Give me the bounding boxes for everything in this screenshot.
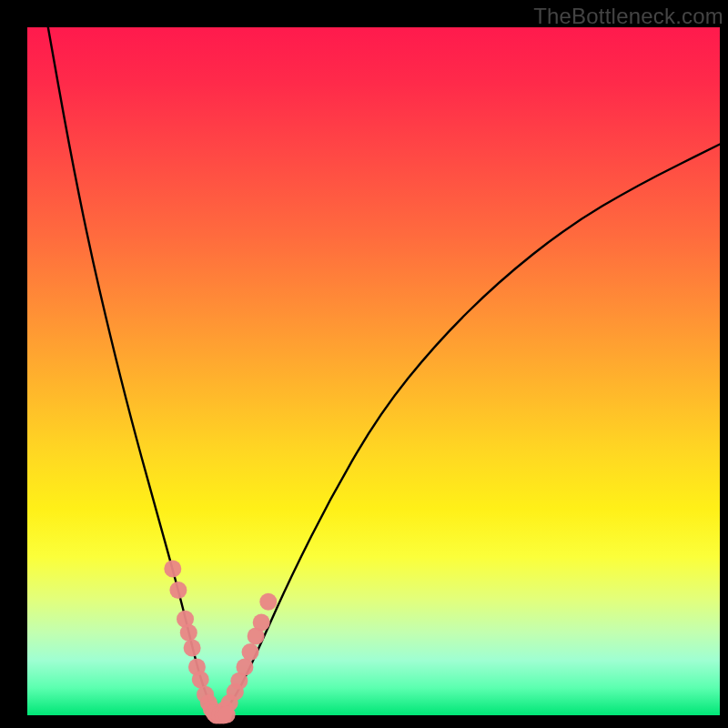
watermark-text: TheBottleneck.com (533, 4, 723, 29)
marker-dot (253, 613, 270, 631)
right-branch-curve (217, 145, 720, 715)
marker-dot (180, 624, 197, 642)
marker-dot (169, 581, 187, 599)
chart-frame: TheBottleneck.com (0, 0, 728, 728)
marker-dot (242, 643, 259, 661)
marker-dot (164, 560, 181, 577)
marker-dot (192, 671, 209, 688)
left-branch-curve (48, 27, 217, 715)
curves-layer (0, 0, 728, 728)
marker-dot (259, 593, 277, 611)
marker-dot (236, 659, 253, 676)
marker-dot (218, 706, 236, 723)
marker-dot (184, 639, 201, 656)
